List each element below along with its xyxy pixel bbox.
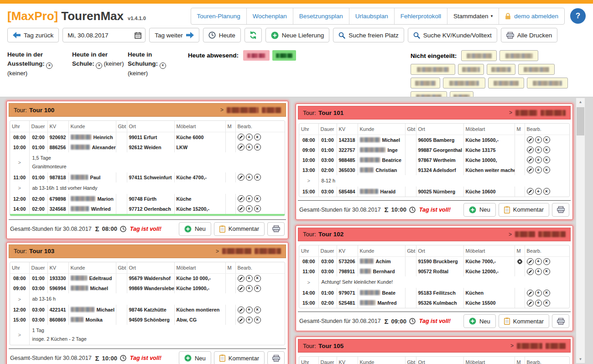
tour-row[interactable]: 11:0003:00798911Bernhard90572 RoßtalKüch… — [299, 266, 569, 276]
unassigned-pill[interactable] — [488, 78, 524, 88]
kommentar-button[interactable]: Kommentar — [214, 222, 265, 236]
vertical-scrollbar[interactable]: ▲ ▼ — [576, 98, 585, 363]
search-free-slot-button[interactable]: Suche freien Platz — [333, 28, 404, 42]
tour-row[interactable]: 13:0002:00365030Christian91324 Adelsdorf… — [299, 165, 569, 175]
tour-row[interactable]: 08:0001:00193330Edeltraud95679 Waldersho… — [10, 273, 285, 283]
scrollbar-thumb[interactable] — [577, 107, 584, 135]
delete-icon[interactable]: × — [254, 285, 261, 292]
tour-row[interactable]: 10:0001:00886256Alexander92612 WeidenLKW… — [10, 142, 285, 152]
edit-icon[interactable] — [527, 258, 534, 265]
note-expand-chevron[interactable]: > — [10, 325, 29, 345]
delete-icon[interactable]: × — [543, 300, 550, 307]
add-icon[interactable]: + — [246, 275, 253, 282]
delete-icon[interactable]: × — [543, 268, 550, 275]
tour-team[interactable]: > — [220, 107, 281, 113]
print-button[interactable] — [267, 351, 285, 364]
tour-row[interactable]: 14:0001:00979071Beate95183 FeilitzschKüc… — [299, 288, 569, 298]
unassigned-pill[interactable] — [461, 50, 497, 61]
delete-icon[interactable]: × — [254, 275, 261, 282]
tour-panel-header[interactable]: Tour:Tour 103> — [9, 244, 286, 258]
today-button[interactable]: Heute — [203, 28, 241, 42]
absent-pill[interactable] — [272, 50, 296, 61]
print-button[interactable] — [552, 314, 569, 328]
delete-icon[interactable]: × — [543, 166, 550, 173]
delete-icon[interactable]: × — [254, 307, 261, 313]
note-expand-chevron[interactable]: > — [299, 175, 318, 187]
delete-icon[interactable]: × — [543, 188, 550, 195]
tour-row[interactable]: 09:0001:00322757Inge99887 GeorgenthalKüc… — [299, 145, 569, 155]
new-delivery-button[interactable]: Neue Lieferung — [265, 28, 329, 42]
refresh-button[interactable] — [244, 28, 262, 42]
delete-icon[interactable]: × — [254, 317, 261, 323]
add-icon[interactable]: + — [246, 195, 253, 202]
edit-icon[interactable] — [238, 144, 244, 151]
logout-button[interactable]: demo abmelden — [499, 8, 564, 24]
tour-team[interactable]: > — [216, 248, 281, 255]
tour-row[interactable]: 12:0002:00679898Marion90748 FürthKüche+× — [10, 194, 285, 204]
edit-icon[interactable] — [238, 205, 244, 212]
neu-button[interactable]: Neu — [463, 314, 496, 328]
tour-row[interactable]: 15:0003:00585484Harald90025 NürnbergKüch… — [299, 187, 569, 197]
delete-icon[interactable]: × — [543, 290, 550, 296]
tour-row[interactable]: 15:0003:00860869Monika94509 SchönbergAbw… — [10, 315, 285, 325]
add-icon[interactable]: + — [535, 258, 542, 265]
date-field[interactable]: Mi, 30.08.2017 — [62, 28, 146, 42]
edit-icon[interactable] — [527, 136, 534, 143]
calendar-icon[interactable] — [130, 32, 145, 39]
kommentar-button[interactable]: Kommentar — [499, 314, 549, 328]
edit-icon[interactable] — [527, 268, 534, 275]
tab-wochenplan[interactable]: Wochenplan — [246, 8, 293, 24]
edit-icon[interactable] — [238, 195, 244, 202]
tab-besetzungsplan[interactable]: Besetzungsplan — [293, 8, 349, 24]
absent-pill[interactable] — [243, 50, 270, 61]
add-icon[interactable]: + — [246, 205, 253, 212]
kommentar-button[interactable]: Kommentar — [499, 203, 549, 217]
tour-row[interactable]: 11:0001:00987818Paul97411 SchweinfurtKüc… — [10, 172, 285, 182]
add-icon[interactable]: + — [535, 146, 542, 153]
tour-team[interactable]: > — [509, 109, 566, 116]
edit-icon[interactable] — [527, 290, 534, 296]
delete-icon[interactable]: × — [543, 258, 550, 265]
tour-row[interactable]: 12:0003:00422141Michael98746 KatzhütteKü… — [10, 305, 285, 315]
tour-row[interactable]: 15:0002:00525481Manfred95326 KulmbachKüc… — [299, 298, 569, 308]
delete-icon[interactable]: × — [543, 136, 550, 143]
tab-urlaubsplan[interactable]: Urlaubsplan — [349, 8, 394, 24]
tour-team[interactable]: > — [509, 231, 566, 238]
add-icon[interactable]: + — [246, 307, 253, 313]
unassigned-pill[interactable] — [499, 50, 538, 61]
neu-button[interactable]: Neu — [179, 222, 211, 236]
day-forward-button[interactable]: Tag weiter — [149, 28, 199, 42]
edit-icon[interactable] — [238, 134, 244, 140]
edit-icon[interactable] — [238, 307, 244, 313]
menu-stammdaten[interactable]: Stammdaten ▾ — [447, 8, 499, 24]
print-all-button[interactable]: Alle Drucken — [501, 28, 558, 42]
scroll-down-arrow[interactable]: ▼ — [576, 356, 585, 363]
tour-row[interactable]: 14:0002:00324568Winfried97712 Oerlenbach… — [10, 204, 285, 214]
add-icon[interactable]: + — [535, 166, 542, 173]
delete-icon[interactable]: × — [254, 144, 261, 151]
add-icon[interactable]: + — [246, 134, 253, 140]
add-icon[interactable]: + — [535, 188, 542, 195]
unassigned-pill[interactable] — [527, 78, 568, 88]
print-button[interactable] — [552, 203, 569, 217]
add-icon[interactable]: + — [535, 136, 542, 143]
tour-row[interactable]: 09:0003:00596994Michael99869 Wanderslebe… — [10, 283, 285, 293]
date-value[interactable]: Mi, 30.08.2017 — [63, 32, 130, 39]
edit-icon[interactable] — [238, 285, 244, 292]
edit-icon[interactable] — [238, 275, 244, 282]
tab-fehlerprotokoll[interactable]: Fehlerprotokoll — [394, 8, 447, 24]
note-expand-chevron[interactable]: > — [10, 182, 29, 194]
delete-icon[interactable]: × — [254, 134, 261, 140]
delete-icon[interactable]: × — [254, 205, 261, 212]
unassigned-pill[interactable] — [458, 64, 484, 75]
search-kv-button[interactable]: Suche KV/Kunde/Volltext — [408, 28, 497, 42]
note-expand-chevron[interactable]: > — [10, 293, 29, 305]
unassigned-pill[interactable] — [487, 64, 515, 75]
unassigned-pill[interactable] — [411, 64, 455, 75]
add-icon[interactable]: + — [246, 144, 253, 151]
tour-team[interactable]: > — [510, 343, 566, 349]
add-icon[interactable]: + — [246, 317, 253, 323]
unassigned-pill[interactable] — [518, 64, 555, 75]
delete-icon[interactable]: × — [254, 195, 261, 202]
unassigned-pill[interactable] — [443, 78, 485, 88]
